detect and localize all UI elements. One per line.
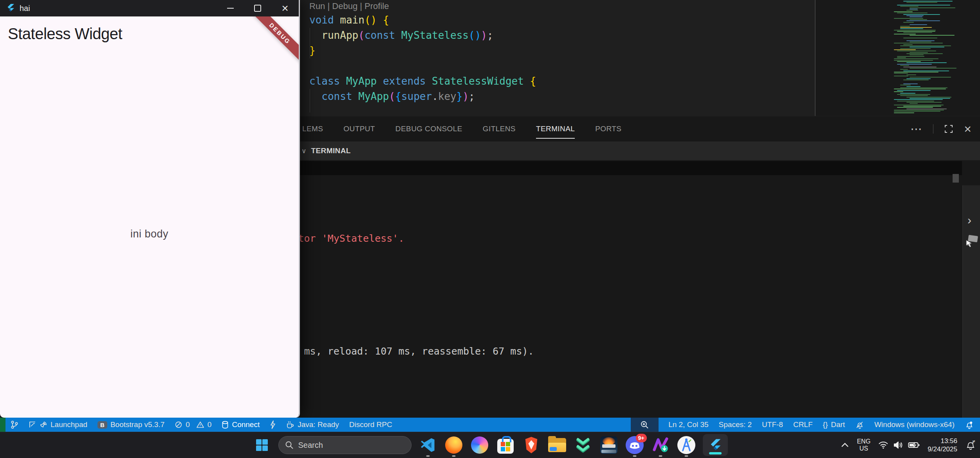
taskbar-search[interactable]: Search bbox=[278, 436, 411, 454]
bell-slash-icon bbox=[855, 420, 864, 429]
bell-slash-item[interactable] bbox=[850, 418, 869, 432]
focus-assist-bell-icon[interactable]: z z bbox=[965, 440, 976, 451]
zoom-in-icon bbox=[640, 420, 649, 429]
terminal-scrollbar[interactable] bbox=[953, 174, 959, 183]
close-button[interactable]: × bbox=[271, 0, 299, 16]
visual-studio-app-icon[interactable] bbox=[651, 436, 670, 454]
flutter-app-taskbar-icon[interactable] bbox=[703, 434, 728, 456]
tab-output[interactable]: OUTPUT bbox=[343, 125, 375, 133]
running-indicator bbox=[684, 455, 688, 457]
discord-app-icon[interactable]: 9+ bbox=[625, 436, 644, 454]
game-app-icon[interactable] bbox=[599, 436, 618, 454]
bootstrap-item[interactable]: B Bootstrap v5.3.7 bbox=[92, 418, 170, 432]
cursor-position-item[interactable]: Ln 2, Col 35 bbox=[663, 418, 713, 432]
app-titlebar[interactable]: hai × bbox=[0, 0, 299, 16]
launchpad-label: Launchpad bbox=[51, 420, 87, 429]
tab-debug-console[interactable]: DEBUG CONSOLE bbox=[395, 125, 462, 133]
language-line2: US bbox=[857, 445, 871, 452]
maximize-icon bbox=[254, 5, 261, 12]
terminal-device-icon[interactable] bbox=[965, 233, 978, 249]
code-line: const MyApp({super.key}); bbox=[309, 89, 536, 104]
flutter-logo-icon bbox=[5, 4, 15, 13]
close-panel-icon[interactable]: × bbox=[964, 123, 971, 134]
hot-reload-item[interactable] bbox=[265, 418, 281, 432]
tab-gitlens[interactable]: GITLENS bbox=[483, 125, 516, 133]
app-content: Stateless Widget ini body DEBUG bbox=[0, 16, 299, 418]
warning-icon bbox=[196, 421, 204, 429]
running-indicator bbox=[659, 455, 662, 457]
active-app-indicator bbox=[709, 452, 722, 454]
tab-problems-clipped[interactable]: LEMS bbox=[302, 125, 323, 133]
lightning-icon bbox=[270, 420, 276, 429]
launchpad-item[interactable]: Launchpad bbox=[23, 418, 92, 432]
divider bbox=[933, 124, 933, 134]
device-selector-item[interactable]: Windows (windows-x64) bbox=[869, 418, 960, 432]
eol-label: CRLF bbox=[793, 420, 813, 429]
maximize-button[interactable] bbox=[244, 0, 271, 16]
copilot-app-icon[interactable] bbox=[470, 436, 489, 454]
indentation-item[interactable]: Spaces: 2 bbox=[714, 418, 757, 432]
tab-ports[interactable]: PORTS bbox=[595, 125, 621, 133]
status-bar: Launchpad B Bootstrap v5.3.7 0 0 Connect bbox=[0, 418, 980, 432]
svg-text:z: z bbox=[974, 440, 975, 442]
tray-status-icons[interactable] bbox=[878, 441, 920, 449]
start-button[interactable] bbox=[253, 436, 271, 454]
close-icon: × bbox=[282, 3, 289, 13]
code-line bbox=[309, 58, 536, 74]
java-status-label: Java: Ready bbox=[298, 420, 339, 429]
flutter-app-window: hai × Stateless Widget ini body DEBUG bbox=[0, 0, 300, 418]
braces-icon: {} bbox=[823, 420, 828, 429]
codelens[interactable]: Run | Debug | Profile bbox=[309, 0, 536, 13]
discord-logo: 9+ bbox=[626, 436, 644, 454]
tab-terminal[interactable]: TERMINAL bbox=[536, 125, 575, 133]
coffee-cup-icon bbox=[286, 420, 294, 429]
search-placeholder: Search bbox=[298, 441, 323, 450]
encoding-item[interactable]: UTF-8 bbox=[757, 418, 788, 432]
discord-rpc-item[interactable]: Discord RPC bbox=[344, 418, 397, 432]
discord-notification-badge: 9+ bbox=[636, 434, 647, 442]
clock[interactable]: 13:56 9/24/2025 bbox=[928, 437, 957, 453]
firefox-app-icon[interactable] bbox=[444, 436, 463, 454]
language-indicator[interactable]: ENG US bbox=[857, 438, 871, 452]
battery-icon bbox=[908, 441, 920, 449]
problems-item[interactable]: 0 0 bbox=[170, 418, 217, 432]
maximize-panel-icon[interactable] bbox=[944, 125, 953, 133]
ms-store-app-icon[interactable] bbox=[496, 436, 515, 454]
firefox-logo bbox=[445, 436, 462, 454]
edit-tools-icon bbox=[29, 421, 36, 429]
game-tile bbox=[600, 436, 617, 454]
language-label: Dart bbox=[831, 420, 845, 429]
zoom-indicator-item[interactable] bbox=[631, 418, 659, 432]
eol-item[interactable]: CRLF bbox=[788, 418, 818, 432]
minimap[interactable] bbox=[894, 1, 961, 115]
android-studio-app-icon[interactable] bbox=[677, 436, 696, 454]
indent-guide bbox=[310, 28, 310, 58]
connect-item[interactable]: Connect bbox=[217, 418, 265, 432]
language-mode-item[interactable]: {} Dart bbox=[818, 418, 850, 432]
more-actions-icon[interactable]: ⋯ bbox=[910, 125, 922, 133]
bell-dot-icon bbox=[965, 420, 974, 429]
brave-app-icon[interactable] bbox=[522, 436, 541, 454]
chevron-right-icon[interactable]: › bbox=[967, 214, 971, 226]
store-bag bbox=[497, 439, 514, 454]
spaces-label: Spaces: 2 bbox=[719, 420, 752, 429]
error-count: 0 bbox=[186, 420, 190, 429]
panel-actions: ⋯ × bbox=[910, 116, 971, 141]
tray-chevron-up-icon[interactable] bbox=[841, 442, 849, 448]
discord-rpc-label: Discord RPC bbox=[349, 420, 392, 429]
download-manager-app-icon[interactable] bbox=[574, 436, 592, 454]
minimize-button[interactable] bbox=[217, 0, 244, 16]
file-explorer-app-icon[interactable] bbox=[548, 436, 567, 454]
running-indicator bbox=[452, 455, 455, 457]
remote-indicator[interactable] bbox=[0, 418, 5, 432]
vscode-app-icon[interactable] bbox=[419, 436, 437, 454]
device-label: Windows (windows-x64) bbox=[874, 420, 955, 429]
java-status-item[interactable]: Java: Ready bbox=[281, 418, 344, 432]
chevron-down-icon[interactable]: ∨ bbox=[301, 147, 306, 155]
source-control-item[interactable] bbox=[5, 418, 23, 432]
warning-count: 0 bbox=[208, 420, 212, 429]
database-icon bbox=[222, 421, 229, 429]
editor-ruler-line bbox=[815, 0, 816, 116]
notifications-item[interactable] bbox=[960, 418, 980, 432]
code-editor[interactable]: Run | Debug | Profilevoid main() { runAp… bbox=[309, 0, 536, 104]
